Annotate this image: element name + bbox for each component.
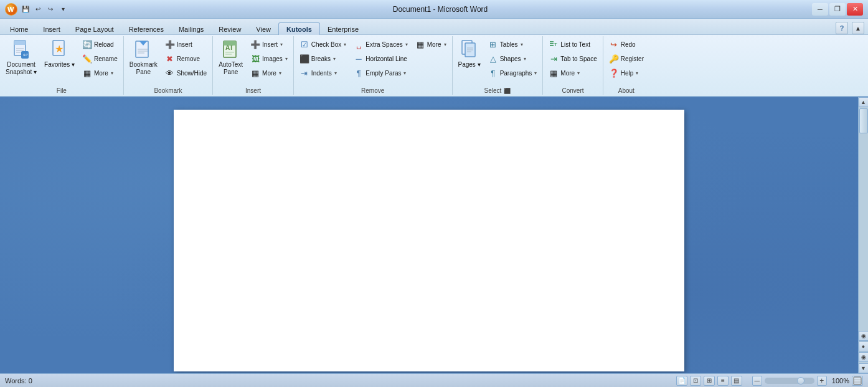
autotext-pane-icon: AT: [221, 40, 241, 60]
view-fullscreen-btn[interactable]: ⊡: [690, 376, 701, 386]
remove-bookmark-button[interactable]: ✖ Remove: [162, 52, 210, 65]
pages-label: Pages ▾: [458, 61, 481, 69]
paragraphs-icon: ¶: [488, 68, 498, 78]
zoom-percent-btn[interactable]: [852, 376, 863, 386]
document-snapshot-button[interactable]: ↩ DocumentSnapshot ▾: [2, 37, 40, 79]
redo-button[interactable]: ↪ Redo: [606, 37, 647, 51]
scrollbar-vertical[interactable]: ▲ ◉ ● ◉ ▼: [858, 97, 868, 373]
more-convert-button[interactable]: ▦ More ▾: [545, 66, 600, 80]
list-to-text-button[interactable]: T List to Text: [545, 37, 600, 51]
list-to-text-icon: T: [549, 39, 559, 49]
help-button[interactable]: ❓ Help ▾: [606, 66, 647, 80]
ribbon-collapse-btn[interactable]: ▲: [852, 22, 864, 34]
zoom-slider[interactable]: [765, 378, 814, 384]
indents-button[interactable]: ⇥ Indents ▾: [296, 66, 349, 80]
images-btn[interactable]: 🖼 Images ▾: [247, 52, 291, 65]
group-about: ↪ Redo 🔑 Register ❓ Help ▾ About: [603, 36, 649, 95]
group-insert-content: AT AutoTextPane ➕ Insert ▾ 🖼 Images: [215, 37, 291, 86]
restore-btn[interactable]: ❐: [829, 3, 846, 16]
more-insert-icon: ▦: [250, 68, 260, 78]
scroll-thumb[interactable]: [859, 108, 868, 133]
save-quick-btn[interactable]: 💾: [20, 4, 31, 15]
insert-bookmark-button[interactable]: ➕ Insert: [162, 37, 210, 51]
redo-label: Redo: [621, 41, 636, 48]
breaks-button[interactable]: ⬛ Breaks ▾: [296, 52, 349, 65]
paragraphs-button[interactable]: ¶ Paragraphs ▾: [485, 66, 540, 80]
rename-label: Rename: [94, 55, 118, 62]
word-icon: W: [5, 3, 17, 16]
close-btn[interactable]: ✕: [847, 3, 863, 16]
titlebar-left: W 💾 ↩ ↪ ▾: [5, 3, 68, 16]
scroll-prev-page-btn[interactable]: ◉: [859, 331, 869, 341]
reload-label: Reload: [94, 41, 114, 48]
favorites-button[interactable]: ★ Favorites ▾: [41, 37, 78, 71]
group-bookmark-content: BookmarkPane ➕ Insert ✖ Remove 👁 Show/Hi…: [126, 37, 210, 86]
insert-btn[interactable]: ➕ Insert ▾: [247, 37, 291, 51]
indents-icon: ⇥: [300, 68, 309, 78]
show-hide-button[interactable]: 👁 Show/Hide: [162, 66, 210, 80]
view-normal-btn[interactable]: 📄: [676, 376, 687, 386]
autotext-pane-label: AutoTextPane: [219, 61, 243, 76]
tab-home[interactable]: Home: [2, 23, 35, 35]
extra-spaces-button[interactable]: ␣ Extra Spaces ▾: [351, 37, 410, 51]
tab-to-space-button[interactable]: ⇥ Tab to Space: [545, 52, 600, 65]
tab-references[interactable]: References: [121, 23, 171, 35]
check-box-button[interactable]: ☑ Check Box ▾: [296, 37, 349, 51]
zoom-out-btn[interactable]: ─: [752, 376, 762, 386]
select-expand-icon[interactable]: ⬛: [504, 88, 511, 94]
view-draft-btn[interactable]: ▤: [731, 376, 742, 386]
register-icon: 🔑: [609, 54, 619, 64]
reload-button[interactable]: 🔄 Reload: [79, 37, 121, 51]
word-count: Words: 0: [5, 377, 32, 385]
help-arrow: ▾: [636, 70, 638, 76]
window-title: Document1 - Microsoft Word: [393, 5, 488, 14]
horizontal-line-button[interactable]: ─ Horizontal Line: [351, 52, 410, 65]
more-file-button[interactable]: ▦ More ▾: [79, 66, 121, 80]
document-area[interactable]: [0, 97, 858, 373]
window-controls: ─ ❐ ✕: [812, 3, 863, 16]
tables-button[interactable]: ⊞ Tables ▾: [485, 37, 540, 51]
bookmark-pane-button[interactable]: BookmarkPane: [126, 37, 161, 79]
tab-insert[interactable]: Insert: [35, 23, 68, 35]
tab-page-layout[interactable]: Page Layout: [68, 23, 121, 35]
empty-paras-button[interactable]: ¶ Empty Paras ▾: [351, 66, 410, 80]
svg-text:W: W: [7, 6, 14, 13]
scroll-down-btn[interactable]: ▼: [859, 363, 869, 373]
register-button[interactable]: 🔑 Register: [606, 52, 647, 65]
group-convert: T List to Text ⇥ Tab to Space ▦ More ▾ C…: [543, 36, 603, 95]
shapes-label: Shapes: [500, 55, 521, 62]
tab-review[interactable]: Review: [211, 23, 248, 35]
favorites-label: Favorites ▾: [44, 61, 75, 69]
images-label: Images: [262, 55, 283, 62]
scroll-next-page-btn[interactable]: ◉: [859, 352, 869, 362]
more-insert-label: More: [262, 70, 276, 77]
group-insert-label: Insert: [215, 86, 291, 95]
bookmark-pane-icon: [133, 40, 153, 60]
scroll-track[interactable]: [859, 107, 868, 330]
more-insert-button[interactable]: ▦ More ▾: [247, 66, 291, 80]
more-remove-label: More: [427, 41, 441, 48]
view-outline-btn[interactable]: ≡: [717, 376, 729, 386]
autotext-pane-button[interactable]: AT AutoTextPane: [215, 37, 246, 79]
redo-quick-btn[interactable]: ↪: [45, 4, 56, 15]
document-page[interactable]: [174, 110, 684, 371]
tab-kutools[interactable]: Kutools: [278, 22, 320, 35]
ribbon-help-btn[interactable]: ?: [836, 22, 848, 34]
rename-button[interactable]: ✏️ Rename: [79, 52, 121, 65]
view-web-btn[interactable]: ⊞: [704, 376, 715, 386]
main-area: ▲ ◉ ● ◉ ▼: [0, 97, 868, 373]
tab-mailings[interactable]: Mailings: [171, 23, 211, 35]
tab-enterprise[interactable]: Enterprise: [320, 23, 366, 35]
scroll-up-btn[interactable]: ▲: [859, 97, 869, 107]
more-remove-button[interactable]: ▦ More ▾: [412, 37, 450, 51]
minimize-btn[interactable]: ─: [812, 3, 828, 16]
zoom-in-btn[interactable]: +: [817, 376, 827, 386]
undo-quick-btn[interactable]: ↩: [32, 4, 44, 15]
customize-quick-btn[interactable]: ▾: [57, 4, 68, 15]
zoom-slider-thumb[interactable]: [797, 377, 804, 385]
tab-view[interactable]: View: [248, 23, 278, 35]
shapes-button[interactable]: △ Shapes ▾: [485, 52, 540, 65]
pages-icon: [460, 40, 479, 60]
scroll-select-browse-btn[interactable]: ●: [859, 342, 869, 351]
pages-button[interactable]: Pages ▾: [455, 37, 484, 71]
